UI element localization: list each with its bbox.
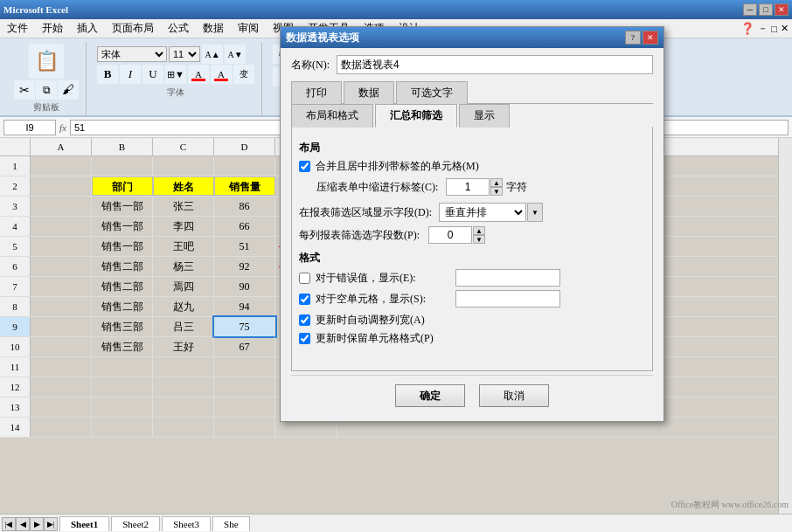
dialog-body: 名称(N): 打印 数据 可选文字 布局和格式 汇总和筛选 显示 布局: [281, 48, 663, 421]
error-display-input[interactable]: [455, 269, 560, 287]
keep-format-row: 更新时保留单元格格式(P): [299, 331, 645, 346]
error-display-checkbox[interactable]: [299, 273, 310, 284]
compress-label: 压缩表单中缩进行标签(C):: [316, 180, 439, 195]
empty-display-input[interactable]: [455, 290, 560, 307]
compress-down-button[interactable]: ▼: [490, 187, 503, 196]
filter-display-select[interactable]: 垂直并排 水平并排: [439, 203, 526, 222]
dialog-help-button[interactable]: ?: [625, 31, 641, 45]
filter-cols-down-button[interactable]: ▼: [473, 235, 485, 244]
layout-section-header: 布局: [299, 141, 645, 155]
dialog-close-button[interactable]: ✕: [643, 31, 658, 45]
empty-display-label: 对于空单元格，显示(S):: [316, 292, 455, 307]
tab-print[interactable]: 打印: [291, 81, 342, 104]
tab-summary[interactable]: 汇总和筛选: [375, 104, 457, 128]
compress-value-input[interactable]: [446, 178, 490, 196]
merge-cells-row: 合并且居中排列带标签的单元格(M): [299, 159, 645, 174]
merge-cells-label: 合并且居中排列带标签的单元格(M): [316, 159, 479, 174]
filter-cols-spinner: ▲ ▼: [428, 226, 485, 244]
auto-resize-row: 更新时自动调整列宽(A): [299, 313, 645, 328]
name-input[interactable]: [337, 55, 653, 74]
dialog-title-bar: 数据透视表选项 ? ✕: [281, 27, 663, 48]
tab-data[interactable]: 数据: [344, 81, 394, 104]
dialog-overlay: 数据透视表选项 ? ✕ 名称(N): 打印 数据 可选文字 布局和格式 汇总和筛…: [0, 0, 792, 532]
compress-spinner: ▲ ▼: [446, 178, 503, 196]
merge-cells-checkbox[interactable]: [299, 161, 310, 172]
dialog-tab-content: 布局 合并且居中排列带标签的单元格(M) 压缩表单中缩进行标签(C): ▲ ▼: [291, 127, 653, 371]
filter-display-label: 在报表筛选区域显示字段(D):: [299, 205, 432, 220]
dialog-footer: 确定 取消: [291, 375, 653, 414]
tab-optional[interactable]: 可选文字: [396, 81, 468, 104]
dialog-title-text: 数据透视表选项: [286, 31, 359, 45]
dialog-tabs: 打印 数据 可选文字: [291, 81, 653, 104]
compress-unit: 字符: [506, 180, 527, 195]
error-display-label: 对于错误值，显示(E):: [316, 271, 455, 286]
auto-resize-label: 更新时自动调整列宽(A): [316, 313, 425, 328]
filter-display-dropdown-button[interactable]: ▼: [527, 203, 543, 222]
tab-display[interactable]: 显示: [459, 104, 510, 128]
filter-cols-label: 每列报表筛选选字段数(P):: [299, 228, 421, 243]
pivot-table-options-dialog: 数据透视表选项 ? ✕ 名称(N): 打印 数据 可选文字 布局和格式 汇总和筛…: [280, 26, 664, 422]
filter-cols-up-button[interactable]: ▲: [473, 226, 485, 235]
empty-display-checkbox[interactable]: [299, 294, 310, 305]
dialog-name-row: 名称(N):: [291, 55, 653, 74]
keep-format-label: 更新时保留单元格格式(P): [316, 331, 434, 346]
keep-format-checkbox[interactable]: [299, 333, 310, 344]
dialog-tabs-row2: 布局和格式 汇总和筛选 显示: [291, 104, 653, 127]
watermark: Office教程网 www.office26.com: [671, 499, 789, 511]
cancel-button[interactable]: 取消: [479, 384, 549, 407]
filter-cols-input[interactable]: [428, 226, 472, 244]
filter-display-row: 在报表筛选区域显示字段(D): 垂直并排 水平并排 ▼: [299, 203, 645, 222]
filter-cols-row: 每列报表筛选选字段数(P): ▲ ▼: [299, 226, 645, 244]
compress-row: 压缩表单中缩进行标签(C): ▲ ▼ 字符: [316, 178, 645, 196]
auto-resize-checkbox[interactable]: [299, 314, 310, 326]
name-label: 名称(N):: [291, 58, 330, 73]
dialog-title-buttons: ? ✕: [625, 31, 658, 45]
compress-up-button[interactable]: ▲: [490, 178, 503, 187]
ok-button[interactable]: 确定: [395, 384, 465, 407]
tab-layout[interactable]: 布局和格式: [291, 104, 373, 128]
format-section-header: 格式: [299, 251, 645, 266]
error-display-row: 对于错误值，显示(E):: [299, 269, 645, 287]
empty-display-row: 对于空单元格，显示(S):: [299, 290, 645, 307]
